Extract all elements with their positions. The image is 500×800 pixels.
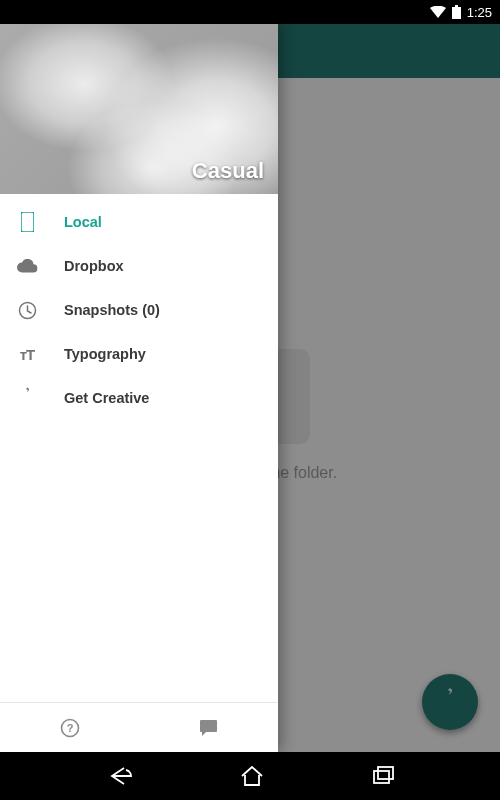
svg-text:?: ?: [66, 722, 73, 734]
svg-rect-2: [21, 212, 34, 232]
drawer-item-dropbox[interactable]: Dropbox: [0, 244, 278, 288]
wifi-icon: [430, 6, 446, 18]
drawer-item-label: Get Creative: [64, 390, 149, 406]
drawer-item-local[interactable]: Local: [0, 200, 278, 244]
drawer-list: Local Dropbox Snapshots (0) тT: [0, 194, 278, 702]
drawer-item-snapshots[interactable]: Snapshots (0): [0, 288, 278, 332]
home-button[interactable]: [239, 765, 265, 787]
status-bar: 1:25: [0, 0, 500, 24]
drawer-footer: ?: [0, 702, 278, 752]
drawer-item-get-creative[interactable]: 𝄒 Get Creative: [0, 376, 278, 420]
status-time: 1:25: [467, 5, 492, 20]
navigation-drawer: Casual Local Dropbox: [0, 24, 278, 752]
drawer-item-label: Dropbox: [64, 258, 124, 274]
drawer-item-label: Typography: [64, 346, 146, 362]
drawer-header: Casual: [0, 24, 278, 194]
android-nav-bar: [0, 752, 500, 800]
quote-icon: 𝄒: [16, 388, 38, 409]
drawer-item-label: Snapshots (0): [64, 302, 160, 318]
help-button[interactable]: ?: [0, 718, 139, 738]
back-button[interactable]: [106, 765, 134, 787]
feedback-button[interactable]: [139, 719, 278, 737]
svg-rect-0: [452, 7, 461, 19]
svg-rect-8: [378, 767, 393, 779]
drawer-title: Casual: [192, 158, 264, 184]
battery-icon: [452, 5, 461, 19]
type-icon: тT: [16, 346, 38, 363]
svg-rect-1: [455, 5, 458, 7]
phone-icon: [16, 212, 38, 232]
cloud-icon: [16, 259, 38, 273]
drawer-item-typography[interactable]: тT Typography: [0, 332, 278, 376]
svg-rect-7: [374, 771, 389, 783]
drawer-item-label: Local: [64, 214, 102, 230]
history-icon: [16, 301, 38, 320]
recents-button[interactable]: [371, 766, 395, 786]
